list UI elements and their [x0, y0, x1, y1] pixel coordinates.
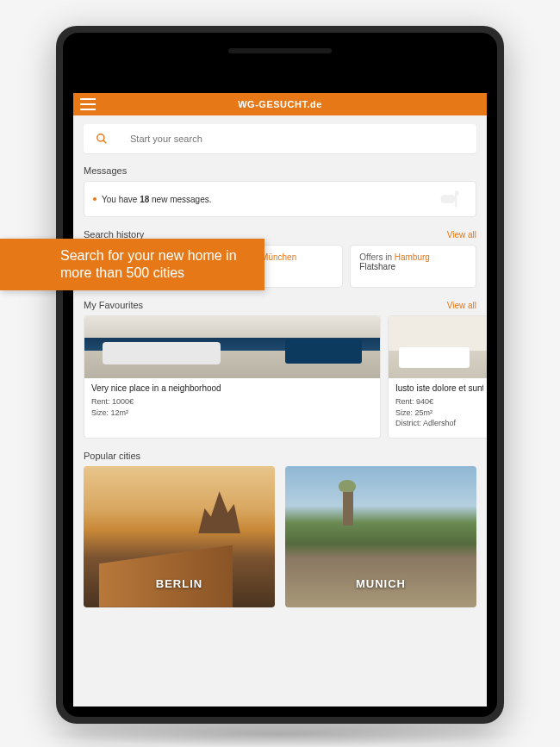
favourite-size: Size: 25m²	[395, 408, 483, 419]
favourites-row: Very nice place in a neighborhood Rent: …	[84, 315, 476, 439]
search-input[interactable]	[130, 134, 464, 144]
tablet-bezel: WG-GESUCHT.de Messages You have 18 new m…	[63, 33, 497, 717]
city-card-berlin[interactable]: BERLIN	[84, 466, 275, 607]
favourite-rent: Rent: 1000€	[91, 396, 373, 408]
city-name: BERLIN	[156, 577, 202, 590]
favourite-title: Iusto iste dolore et sunt incidunt	[395, 383, 483, 393]
tablet-frame: WG-GESUCHT.de Messages You have 18 new m…	[56, 26, 504, 724]
favourites-heading: My Favourites	[84, 300, 143, 310]
menu-icon[interactable]	[80, 98, 96, 110]
unread-dot-icon	[93, 197, 96, 201]
favourites-view-all[interactable]: View all	[447, 301, 476, 310]
top-bar: WG-GESUCHT.de	[73, 93, 487, 115]
city-card-munich[interactable]: MUNICH	[285, 466, 476, 607]
app-title: WG-GESUCHT.de	[238, 99, 322, 109]
favourite-district: District: Adlershof	[395, 418, 483, 429]
search-bar[interactable]	[84, 124, 476, 153]
history-view-all[interactable]: View all	[447, 230, 476, 240]
svg-point-0	[97, 134, 104, 141]
favourite-size: Size: 12m²	[91, 408, 373, 419]
svg-rect-2	[441, 195, 455, 202]
shadow	[39, 721, 521, 747]
favourite-card[interactable]: Very nice place in a neighborhood Rent: …	[84, 315, 381, 439]
city-name: MUNICH	[356, 577, 406, 590]
messages-card[interactable]: You have 18 new messages.	[84, 181, 476, 217]
svg-line-1	[103, 140, 107, 144]
messages-text: You have 18 new messages.	[102, 195, 212, 204]
favourite-card[interactable]: Iusto iste dolore et sunt incidunt Rent:…	[388, 315, 487, 439]
favourite-image	[84, 316, 380, 378]
favourite-image	[389, 316, 487, 378]
history-card[interactable]: Offers in Hamburg Flatshare	[350, 245, 476, 288]
favourite-title: Very nice place in a neighborhood	[91, 383, 373, 393]
favourite-rent: Rent: 940€	[395, 396, 483, 408]
mailbox-icon	[436, 187, 462, 211]
popular-heading: Popular cities	[84, 451, 140, 461]
messages-heading: Messages	[84, 165, 127, 176]
search-icon	[96, 133, 108, 145]
promo-overlay: Search for your new home in more than 50…	[0, 239, 264, 290]
app-screen: WG-GESUCHT.de Messages You have 18 new m…	[73, 93, 487, 707]
tablet-speaker	[228, 48, 332, 53]
popular-cities-row: BERLIN MUNICH	[84, 466, 476, 607]
